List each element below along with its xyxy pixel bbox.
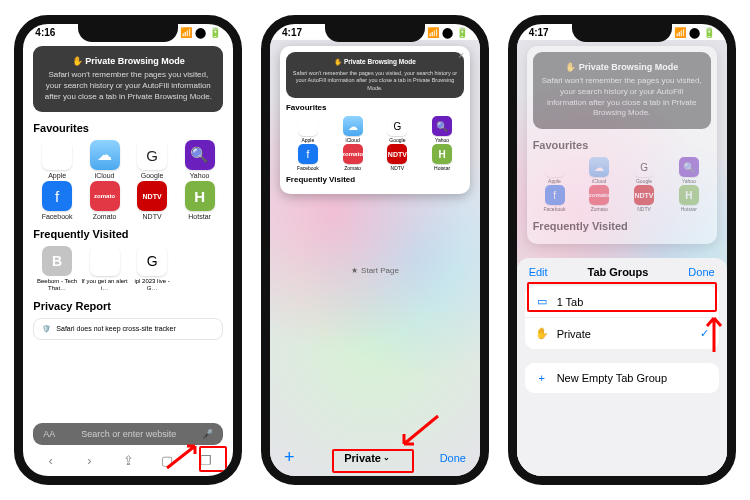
hand-icon: ✋ bbox=[535, 327, 549, 340]
row-label: 1 Tab bbox=[557, 296, 709, 308]
zomato-icon: zomato bbox=[90, 181, 120, 211]
pbm-body: Safari won't remember the pages you visi… bbox=[41, 70, 215, 102]
chevron-down-icon: ⌄ bbox=[383, 453, 390, 462]
favourite-yahoo: 🔍Yahoo bbox=[420, 116, 464, 143]
phone-1: 4:16 📶 ⬤ 🔋 ✋ Private Browsing Mode Safar… bbox=[14, 15, 242, 485]
tab-card-title: ★ Start Page bbox=[270, 266, 480, 275]
private-browsing-banner: ✋ Private Browsing Mode Safari won't rem… bbox=[33, 46, 223, 112]
tab-icon: ▭ bbox=[535, 295, 549, 308]
freq-heading: Frequently Visited bbox=[33, 228, 223, 240]
ndtv-icon: NDTV bbox=[634, 185, 654, 205]
favourite-google[interactable]: GGoogle bbox=[128, 140, 176, 179]
beebom-icon: B bbox=[42, 246, 72, 276]
phone-2: 4:17 📶 ⬤ 🔋 × ✋ Private Browsing Mode Saf… bbox=[261, 15, 489, 485]
icloud-icon: ☁ bbox=[90, 140, 120, 170]
favourite-label: Hotstar bbox=[188, 213, 211, 220]
signal-icon: 📶 bbox=[674, 27, 686, 38]
favourite-label: NDTV bbox=[391, 165, 405, 171]
favourite-yahoo[interactable]: 🔍Yahoo bbox=[176, 140, 224, 179]
status-icons: 📶 ⬤ 🔋 bbox=[674, 27, 715, 38]
freq-apple-alert[interactable]: If you get an alert i… bbox=[81, 246, 129, 291]
check-icon: ✓ bbox=[700, 327, 709, 340]
favourite-label: iCloud bbox=[592, 178, 606, 184]
tab-card-start-page[interactable]: × ✋ Private Browsing Mode Safari won't r… bbox=[280, 46, 470, 194]
bookmarks-icon[interactable]: ▢ bbox=[157, 453, 177, 468]
favourite-label: Zomato bbox=[591, 206, 608, 212]
address-bar[interactable]: AA Search or enter website 🎤 bbox=[33, 423, 223, 445]
status-icons: 📶 ⬤ 🔋 bbox=[180, 27, 221, 38]
favourite-apple: Apple bbox=[286, 116, 330, 143]
favourite-ndtv: NDTVNDTV bbox=[375, 144, 419, 171]
shield-icon: 🛡️ bbox=[42, 325, 51, 333]
freq-label: Beebom - Tech That… bbox=[33, 278, 81, 291]
hotstar-icon: H bbox=[679, 185, 699, 205]
freq-ipl[interactable]: Gipl 2023 live - G… bbox=[128, 246, 176, 291]
favourite-zomato[interactable]: zomatoZomato bbox=[81, 181, 129, 220]
favourite-label: Google bbox=[141, 172, 164, 179]
status-time: 4:16 bbox=[35, 27, 55, 38]
row-label: Private bbox=[557, 328, 692, 340]
done-button[interactable]: Done bbox=[440, 452, 466, 464]
plus-icon: + bbox=[535, 372, 549, 384]
favourite-hotstar: HHotstar bbox=[420, 144, 464, 171]
row-label: New Empty Tab Group bbox=[557, 372, 709, 384]
done-button[interactable]: Done bbox=[688, 266, 714, 278]
favourites-grid: Apple ☁iCloud GGoogle 🔍Yahoo fFacebook z… bbox=[286, 116, 464, 171]
share-icon[interactable]: ⇪ bbox=[118, 453, 138, 468]
text-size-icon[interactable]: AA bbox=[43, 429, 55, 439]
zomato-icon: zomato bbox=[589, 185, 609, 205]
privacy-report-row[interactable]: 🛡️ Safari does not keep cross-site track… bbox=[33, 318, 223, 340]
favourite-hotstar[interactable]: HHotstar bbox=[176, 181, 224, 220]
close-icon[interactable]: × bbox=[458, 50, 464, 61]
favourite-zomato: zomatoZomato bbox=[331, 144, 375, 171]
tab-switcher: × ✋ Private Browsing Mode Safari won't r… bbox=[270, 40, 480, 476]
sheet-title: Tab Groups bbox=[588, 266, 649, 278]
favourite-facebook[interactable]: fFacebook bbox=[33, 181, 81, 220]
yahoo-icon: 🔍 bbox=[432, 116, 452, 136]
yahoo-icon: 🔍 bbox=[185, 140, 215, 170]
favourite-label: Yahoo bbox=[682, 178, 696, 184]
edit-button[interactable]: Edit bbox=[529, 266, 548, 278]
tab-card-dimmed: ✋ Private Browsing ModeSafari won't reme… bbox=[527, 46, 717, 244]
favourite-label: Apple bbox=[48, 172, 66, 179]
favourite-label: Zomato bbox=[344, 165, 361, 171]
tab-switcher-dimmed: ✋ Private Browsing ModeSafari won't reme… bbox=[517, 40, 727, 476]
favourite-label: Zomato bbox=[93, 213, 117, 220]
apple-icon bbox=[298, 116, 318, 136]
favourite-icloud[interactable]: ☁iCloud bbox=[81, 140, 129, 179]
forward-icon[interactable]: › bbox=[80, 453, 100, 468]
tab-group-row-private[interactable]: ✋ Private ✓ bbox=[525, 318, 719, 349]
google-icon: G bbox=[387, 116, 407, 136]
apple-icon bbox=[42, 140, 72, 170]
tab-group-row-1tab[interactable]: ▭ 1 Tab bbox=[525, 286, 719, 318]
new-tab-button[interactable]: + bbox=[284, 447, 295, 468]
pbm-title: ✋ Private Browsing Mode bbox=[41, 56, 215, 66]
favourites-grid: Apple ☁iCloud GGoogle 🔍Yahoo fFacebook z… bbox=[33, 140, 223, 220]
back-icon[interactable]: ‹ bbox=[41, 453, 61, 468]
favourite-ndtv[interactable]: NDTVNDTV bbox=[128, 181, 176, 220]
favourite-google: GGoogle bbox=[375, 116, 419, 143]
favourite-label: Facebook bbox=[544, 206, 566, 212]
freq-beebom[interactable]: BBeebom - Tech That… bbox=[33, 246, 81, 291]
tabs-icon[interactable]: ❐ bbox=[196, 453, 216, 468]
icloud-icon: ☁ bbox=[589, 157, 609, 177]
privacy-heading: Privacy Report bbox=[33, 300, 223, 312]
favourites-heading: Favourites bbox=[33, 122, 223, 134]
wifi-icon: ⬤ bbox=[195, 27, 206, 38]
freq-label: ipl 2023 live - G… bbox=[128, 278, 176, 291]
favourite-label: NDTV bbox=[143, 213, 162, 220]
battery-icon: 🔋 bbox=[209, 27, 221, 38]
tab-group-selector[interactable]: Private ⌄ bbox=[344, 452, 390, 464]
favourite-icloud: ☁iCloud bbox=[331, 116, 375, 143]
mic-icon[interactable]: 🎤 bbox=[202, 429, 213, 439]
tab-group-label: Private bbox=[344, 452, 381, 464]
freq-heading: Frequently Visited bbox=[286, 175, 464, 184]
tab-groups-list: ▭ 1 Tab ✋ Private ✓ bbox=[525, 286, 719, 349]
new-empty-tab-group-row[interactable]: + New Empty Tab Group bbox=[525, 363, 719, 393]
pbm-body: Safari won't remember the pages you visi… bbox=[291, 70, 459, 92]
favourite-apple[interactable]: Apple bbox=[33, 140, 81, 179]
facebook-icon: f bbox=[42, 181, 72, 211]
battery-icon: 🔋 bbox=[456, 27, 468, 38]
pbm-title: ✋ Private Browsing Mode bbox=[541, 62, 703, 72]
wifi-icon: ⬤ bbox=[442, 27, 453, 38]
